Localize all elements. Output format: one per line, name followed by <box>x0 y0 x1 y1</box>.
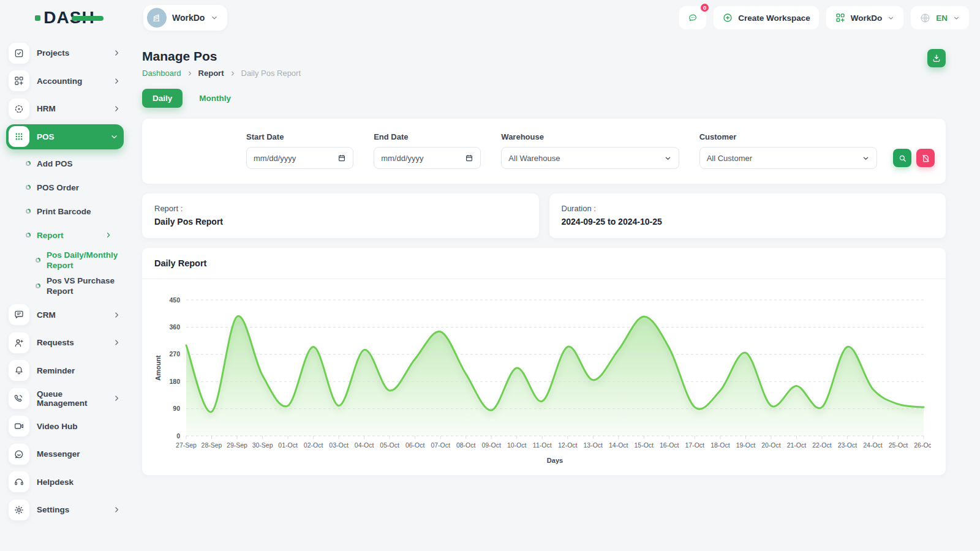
svg-text:90: 90 <box>173 405 180 412</box>
chevron-right-icon <box>186 70 194 77</box>
logo-dot-icon <box>35 15 40 21</box>
duration-label: Duration : <box>562 204 934 213</box>
filter-panel: Start Date mm/dd/yyyy End Date mm/dd/yyy… <box>142 119 946 184</box>
sidebar-item-projects[interactable]: Projects <box>9 39 121 67</box>
sidebar-subitem-print-barcode[interactable]: Print Barcode <box>9 200 121 223</box>
globe-icon <box>919 12 931 24</box>
chevron-right-icon <box>112 338 121 347</box>
svg-text:18-Oct: 18-Oct <box>710 441 730 449</box>
pos-icon <box>9 126 29 147</box>
sidebar-subitem-report[interactable]: Report <box>9 223 121 247</box>
top-bar: DASH WorkDo 0 Create Workspace WorkDo EN <box>0 0 980 36</box>
chevron-right-icon <box>229 70 236 77</box>
search-icon <box>898 154 907 163</box>
svg-text:28-Sep: 28-Sep <box>202 441 222 449</box>
sidebar-item-crm[interactable]: CRM <box>9 301 121 329</box>
svg-text:09-Oct: 09-Oct <box>481 441 501 449</box>
sidebar-item-hrm[interactable]: HRM <box>9 95 121 123</box>
chevron-down-icon <box>110 132 119 141</box>
chevron-down-icon <box>664 154 672 162</box>
sidebar-subitem-add-pos[interactable]: Add POS <box>9 152 121 176</box>
sidebar-item-reminder[interactable]: Reminder <box>9 357 121 385</box>
warehouse-field: Warehouse All Warehouse <box>501 132 679 169</box>
download-button[interactable] <box>927 49 946 67</box>
report-summary-card: Report : Daily Pos Report <box>142 193 539 238</box>
chevron-right-icon <box>112 104 121 113</box>
customer-select[interactable]: All Customer <box>699 147 877 169</box>
chevron-right-icon <box>104 231 113 239</box>
svg-text:12-Oct: 12-Oct <box>558 441 578 449</box>
projects-icon <box>9 43 29 64</box>
calendar-icon <box>465 154 473 162</box>
sidebar-item-helpdesk[interactable]: Helpdesk <box>9 468 121 497</box>
daily-report-card: Daily Report 09018027036045027-Sep28-Sep… <box>142 248 946 475</box>
report-value: Daily Pos Report <box>154 217 527 227</box>
svg-text:23-Oct: 23-Oct <box>838 441 858 449</box>
messages-badge: 0 <box>699 2 710 13</box>
sidebar-item-requests[interactable]: Requests <box>9 329 121 357</box>
reset-filter-button[interactable] <box>916 149 935 167</box>
sidebar-item-pos[interactable]: POS <box>6 124 124 149</box>
customer-field: Customer All Customer <box>699 132 877 169</box>
logo-wrap: DASH <box>0 8 130 28</box>
breadcrumb-dashboard[interactable]: Dashboard <box>142 69 181 78</box>
duration-summary-card: Duration : 2024-09-25 to 2024-10-25 <box>549 193 946 238</box>
tab-daily[interactable]: Daily <box>142 89 183 108</box>
bullet-icon <box>36 283 40 288</box>
breadcrumb-current: Daily Pos Report <box>241 69 301 78</box>
breadcrumb-report[interactable]: Report <box>198 69 224 78</box>
sidebar-subitem-pos-vs-purchase-report[interactable]: Pos VS Purchase Report <box>9 273 121 299</box>
crm-icon <box>9 304 29 325</box>
start-date-input[interactable]: mm/dd/yyyy <box>246 147 353 169</box>
bullet-icon <box>26 185 31 190</box>
daily-report-area-chart[interactable]: 09018027036045027-Sep28-Sep29-Sep30-Sep0… <box>152 288 936 467</box>
end-date-field: End Date mm/dd/yyyy <box>374 132 481 169</box>
bullet-icon <box>26 161 31 166</box>
building-icon <box>151 12 162 23</box>
sidebar-item-accounting[interactable]: Accounting <box>9 67 121 96</box>
chevron-down-icon <box>952 14 960 22</box>
sidebar-item-video-hub[interactable]: Video Hub <box>9 413 121 441</box>
svg-text:01-Oct: 01-Oct <box>278 441 298 449</box>
bullet-icon <box>26 209 31 214</box>
svg-text:180: 180 <box>169 378 180 385</box>
search-button[interactable] <box>893 149 911 167</box>
report-label: Report : <box>154 204 527 213</box>
svg-text:15-Oct: 15-Oct <box>635 441 654 449</box>
start-date-field: Start Date mm/dd/yyyy <box>246 132 353 169</box>
end-date-label: End Date <box>374 132 481 141</box>
sidebar-item-messenger[interactable]: Messenger <box>9 440 121 468</box>
sidebar-subitem-pos-daily-monthly-report[interactable]: Pos Daily/Monthly Report <box>9 247 121 273</box>
svg-text:450: 450 <box>169 296 180 304</box>
svg-text:05-Oct: 05-Oct <box>380 441 399 449</box>
bell-icon <box>9 360 29 381</box>
topbar-actions: 0 Create Workspace WorkDo EN <box>679 6 969 29</box>
sidebar-item-queue-management[interactable]: Queue Management <box>9 384 121 413</box>
svg-text:07-Oct: 07-Oct <box>431 441 450 449</box>
svg-text:22-Oct: 22-Oct <box>812 441 832 449</box>
sidebar-subitem-pos-order[interactable]: POS Order <box>9 176 121 200</box>
svg-text:Amount: Amount <box>154 355 162 381</box>
end-date-input[interactable]: mm/dd/yyyy <box>374 147 481 169</box>
svg-text:25-Oct: 25-Oct <box>889 441 908 449</box>
svg-text:30-Sep: 30-Sep <box>252 441 273 449</box>
create-workspace-label: Create Workspace <box>738 13 810 23</box>
create-workspace-button[interactable]: Create Workspace <box>714 6 819 29</box>
svg-text:13-Oct: 13-Oct <box>584 441 603 449</box>
chevron-right-icon <box>112 505 121 514</box>
messages-button[interactable]: 0 <box>679 6 706 29</box>
workspace-switcher[interactable]: WorkDo <box>143 5 227 31</box>
warehouse-select[interactable]: All Warehouse <box>501 147 679 169</box>
workdo-menu-button[interactable]: WorkDo <box>826 6 904 29</box>
svg-text:20-Oct: 20-Oct <box>761 441 781 449</box>
accounting-icon <box>9 70 29 91</box>
customer-label: Customer <box>699 132 877 141</box>
dash-logo[interactable]: DASH <box>35 8 94 28</box>
messenger-icon <box>9 444 29 465</box>
language-selector[interactable]: EN <box>911 6 969 29</box>
svg-text:17-Oct: 17-Oct <box>685 441 705 449</box>
chevron-right-icon <box>112 48 121 58</box>
calendar-icon <box>337 154 346 162</box>
sidebar-item-settings[interactable]: Settings <box>9 496 121 524</box>
tab-monthly[interactable]: Monthly <box>189 89 241 108</box>
